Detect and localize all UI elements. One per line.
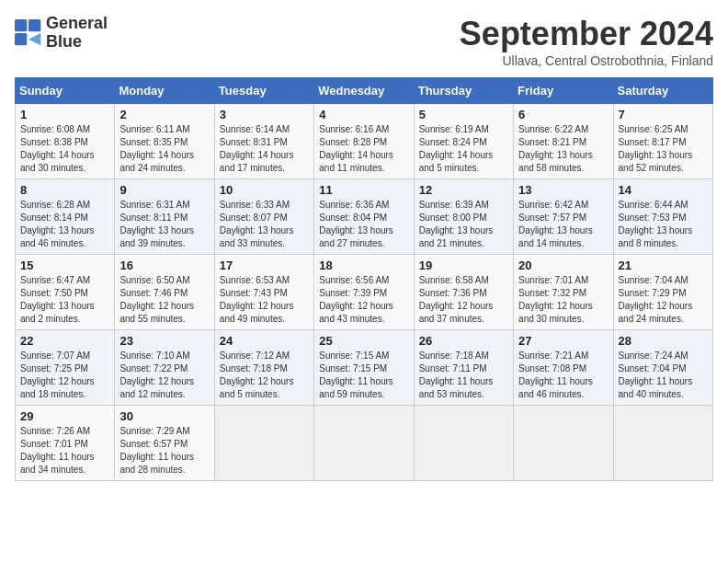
day-info: Sunrise: 7:26 AMSunset: 7:01 PMDaylight:… (20, 425, 109, 477)
day-number: 6 (518, 108, 608, 121)
day-number: 10 (220, 183, 309, 197)
svg-rect-2 (15, 33, 27, 45)
day-info: Sunrise: 6:08 AMSunset: 8:38 PMDaylight:… (20, 123, 109, 175)
day-cell: 13Sunrise: 6:42 AMSunset: 7:57 PMDayligh… (514, 179, 613, 255)
day-info: Sunrise: 7:01 AMSunset: 7:32 PMDaylight:… (518, 274, 608, 326)
day-number: 28 (619, 334, 708, 348)
day-number: 4 (319, 108, 408, 121)
day-info: Sunrise: 6:16 AMSunset: 8:28 PMDaylight:… (319, 123, 408, 175)
day-info: Sunrise: 6:25 AMSunset: 8:17 PMDaylight:… (619, 123, 708, 175)
day-info: Sunrise: 6:50 AMSunset: 7:46 PMDaylight:… (119, 274, 209, 326)
column-header-monday: Monday (115, 78, 214, 104)
day-cell (214, 406, 313, 481)
day-info: Sunrise: 7:24 AMSunset: 7:04 PMDaylight:… (619, 350, 708, 401)
day-info: Sunrise: 7:21 AMSunset: 7:08 PMDaylight:… (518, 350, 608, 401)
day-cell: 11Sunrise: 6:36 AMSunset: 8:04 PMDayligh… (314, 179, 414, 255)
column-header-wednesday: Wednesday (314, 78, 414, 104)
week-row-2: 8Sunrise: 6:28 AMSunset: 8:14 PMDaylight… (16, 179, 713, 255)
day-number: 14 (619, 183, 708, 197)
day-info: Sunrise: 7:29 AMSunset: 6:57 PMDaylight:… (119, 425, 209, 477)
title-block: September 2024 Ullava, Central Ostroboth… (460, 15, 713, 68)
location-subtitle: Ullava, Central Ostrobothnia, Finland (460, 53, 713, 68)
day-cell: 18Sunrise: 6:56 AMSunset: 7:39 PMDayligh… (314, 255, 414, 330)
day-number: 7 (619, 108, 708, 121)
day-number: 8 (20, 183, 109, 197)
day-info: Sunrise: 7:12 AMSunset: 7:18 PMDaylight:… (220, 350, 309, 401)
day-cell: 3Sunrise: 6:14 AMSunset: 8:31 PMDaylight… (214, 104, 313, 179)
day-number: 18 (319, 259, 408, 272)
day-cell: 29Sunrise: 7:26 AMSunset: 7:01 PMDayligh… (16, 406, 115, 481)
day-cell: 16Sunrise: 6:50 AMSunset: 7:46 PMDayligh… (115, 255, 214, 330)
day-info: Sunrise: 6:39 AMSunset: 8:00 PMDaylight:… (419, 199, 508, 250)
logo: General Blue (15, 15, 108, 52)
week-row-3: 15Sunrise: 6:47 AMSunset: 7:50 PMDayligh… (16, 255, 713, 330)
day-cell: 10Sunrise: 6:33 AMSunset: 8:07 PMDayligh… (214, 179, 313, 255)
day-number: 20 (518, 259, 608, 272)
day-cell (514, 406, 613, 481)
day-cell: 25Sunrise: 7:15 AMSunset: 7:15 PMDayligh… (314, 330, 414, 406)
day-info: Sunrise: 6:56 AMSunset: 7:39 PMDaylight:… (319, 274, 408, 326)
day-cell: 15Sunrise: 6:47 AMSunset: 7:50 PMDayligh… (16, 255, 115, 330)
logo-icon (15, 19, 42, 47)
day-number: 9 (119, 183, 209, 197)
logo-line1: General (46, 15, 108, 33)
column-header-tuesday: Tuesday (214, 78, 313, 104)
day-number: 5 (419, 108, 508, 121)
day-info: Sunrise: 6:19 AMSunset: 8:24 PMDaylight:… (419, 123, 508, 175)
day-cell: 6Sunrise: 6:22 AMSunset: 8:21 PMDaylight… (514, 104, 613, 179)
day-cell: 21Sunrise: 7:04 AMSunset: 7:29 PMDayligh… (613, 255, 712, 330)
day-number: 3 (220, 108, 309, 121)
day-number: 11 (319, 183, 408, 197)
logo-text: General Blue (46, 15, 108, 52)
day-cell: 27Sunrise: 7:21 AMSunset: 7:08 PMDayligh… (514, 330, 613, 406)
day-cell: 8Sunrise: 6:28 AMSunset: 8:14 PMDaylight… (16, 179, 115, 255)
day-cell: 28Sunrise: 7:24 AMSunset: 7:04 PMDayligh… (613, 330, 712, 406)
day-cell: 2Sunrise: 6:11 AMSunset: 8:35 PMDaylight… (115, 104, 214, 179)
day-cell: 1Sunrise: 6:08 AMSunset: 8:38 PMDaylight… (16, 104, 115, 179)
day-cell: 7Sunrise: 6:25 AMSunset: 8:17 PMDaylight… (613, 104, 712, 179)
day-info: Sunrise: 6:11 AMSunset: 8:35 PMDaylight:… (119, 123, 209, 175)
day-info: Sunrise: 6:47 AMSunset: 7:50 PMDaylight:… (20, 274, 109, 326)
day-number: 29 (20, 409, 109, 423)
day-info: Sunrise: 6:14 AMSunset: 8:31 PMDaylight:… (220, 123, 309, 175)
day-cell: 9Sunrise: 6:31 AMSunset: 8:11 PMDaylight… (115, 179, 214, 255)
day-number: 16 (119, 259, 209, 272)
day-number: 13 (518, 183, 608, 197)
day-info: Sunrise: 6:58 AMSunset: 7:36 PMDaylight:… (419, 274, 508, 326)
day-info: Sunrise: 7:04 AMSunset: 7:29 PMDaylight:… (619, 274, 708, 326)
day-number: 22 (20, 334, 109, 348)
day-cell: 19Sunrise: 6:58 AMSunset: 7:36 PMDayligh… (414, 255, 513, 330)
day-number: 19 (419, 259, 508, 272)
day-cell: 5Sunrise: 6:19 AMSunset: 8:24 PMDaylight… (414, 104, 513, 179)
day-info: Sunrise: 6:44 AMSunset: 7:53 PMDaylight:… (619, 199, 708, 250)
day-number: 27 (518, 334, 608, 348)
month-title: September 2024 (460, 15, 713, 53)
day-info: Sunrise: 6:28 AMSunset: 8:14 PMDaylight:… (20, 199, 109, 250)
svg-rect-1 (28, 19, 40, 31)
week-row-1: 1Sunrise: 6:08 AMSunset: 8:38 PMDaylight… (16, 104, 713, 179)
day-cell: 20Sunrise: 7:01 AMSunset: 7:32 PMDayligh… (514, 255, 613, 330)
day-cell: 23Sunrise: 7:10 AMSunset: 7:22 PMDayligh… (115, 330, 214, 406)
day-number: 26 (419, 334, 508, 348)
day-info: Sunrise: 6:42 AMSunset: 7:57 PMDaylight:… (518, 199, 608, 250)
week-row-4: 22Sunrise: 7:07 AMSunset: 7:25 PMDayligh… (16, 330, 713, 406)
day-number: 25 (319, 334, 408, 348)
column-header-friday: Friday (514, 78, 613, 104)
day-number: 23 (119, 334, 209, 348)
day-cell (613, 406, 712, 481)
page-header: General Blue September 2024 Ullava, Cent… (15, 15, 713, 68)
day-info: Sunrise: 7:18 AMSunset: 7:11 PMDaylight:… (419, 350, 508, 401)
svg-rect-0 (15, 19, 27, 31)
day-info: Sunrise: 7:15 AMSunset: 7:15 PMDaylight:… (319, 350, 408, 401)
day-number: 21 (619, 259, 708, 272)
svg-marker-3 (28, 33, 40, 45)
day-info: Sunrise: 6:22 AMSunset: 8:21 PMDaylight:… (518, 123, 608, 175)
day-cell: 14Sunrise: 6:44 AMSunset: 7:53 PMDayligh… (613, 179, 712, 255)
day-number: 30 (119, 409, 209, 423)
day-info: Sunrise: 6:33 AMSunset: 8:07 PMDaylight:… (220, 199, 309, 250)
column-header-sunday: Sunday (16, 78, 115, 104)
day-cell (314, 406, 414, 481)
calendar-table: SundayMondayTuesdayWednesdayThursdayFrid… (15, 77, 713, 481)
day-info: Sunrise: 7:07 AMSunset: 7:25 PMDaylight:… (20, 350, 109, 401)
day-cell: 30Sunrise: 7:29 AMSunset: 6:57 PMDayligh… (115, 406, 214, 481)
